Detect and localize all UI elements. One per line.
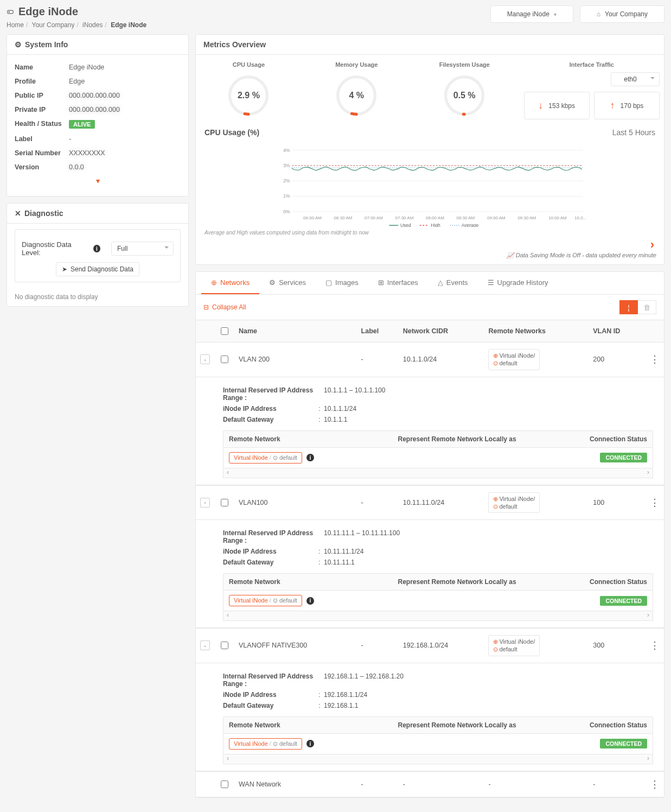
- row-detail: Internal Reserved IP Address Range :192.…: [196, 663, 664, 771]
- system-info-panel: ⚙ System Info NameEdge iNode ProfileEdge…: [7, 34, 189, 196]
- svg-text:07:00 AM: 07:00 AM: [365, 215, 383, 220]
- tab-events[interactable]: △Events: [428, 272, 478, 294]
- breadcrumb-current: Edge iNode: [111, 21, 146, 29]
- info-icon[interactable]: i: [306, 597, 314, 605]
- memory-gauge: 4 %: [333, 72, 380, 119]
- row-actions-button[interactable]: ⋮: [646, 629, 664, 663]
- row-actions-button[interactable]: ⋮: [646, 342, 664, 377]
- chart-next-button[interactable]: ›: [196, 238, 664, 252]
- info-icon[interactable]: i: [306, 740, 314, 747]
- delete-network-button[interactable]: 🗑: [638, 300, 656, 314]
- expand-row-button[interactable]: -: [200, 354, 210, 364]
- svg-text:3%: 3%: [283, 163, 290, 168]
- net-cidr: 192.168.1.0/24: [399, 629, 484, 663]
- share-icon: ⊕: [211, 278, 217, 287]
- tab-images[interactable]: ▢Images: [316, 272, 368, 294]
- remote-pill: Virtual iNode/⊙ default: [229, 738, 302, 750]
- row-checkbox[interactable]: [221, 499, 228, 506]
- svg-text:Average: Average: [462, 223, 479, 227]
- horizontal-scrollbar[interactable]: [223, 611, 653, 621]
- tab-networks[interactable]: ⊕Networks: [201, 272, 259, 294]
- send-icon: ➤: [62, 265, 67, 273]
- public-ip-value: 000.000.000.000: [69, 92, 181, 99]
- remote-tag: ⊕Virtual iNode/⊙default: [488, 349, 540, 370]
- svg-text:08:00 AM: 08:00 AM: [426, 215, 444, 220]
- svg-text:0%: 0%: [283, 209, 290, 214]
- company-button[interactable]: ⌂ Your Company: [580, 5, 664, 23]
- svg-text:High: High: [431, 223, 440, 227]
- expand-row-button[interactable]: -: [200, 498, 210, 507]
- remote-tag: ⊕Virtual iNode/⊙default: [488, 635, 540, 656]
- net-vlan: 200: [589, 342, 646, 377]
- remote-pill: Virtual iNode/⊙ default: [229, 452, 302, 464]
- networks-table: Name Label Network CIDR Remote Networks …: [196, 320, 664, 797]
- plug-icon: ⊞: [378, 278, 384, 287]
- net-vlan: 300: [589, 629, 646, 663]
- expand-row-button[interactable]: -: [200, 640, 210, 650]
- svg-text:1%: 1%: [283, 193, 290, 199]
- history-icon: ☰: [488, 278, 494, 287]
- svg-text:06:00 AM: 06:00 AM: [303, 215, 322, 220]
- filesystem-gauge: 0.5 %: [441, 72, 488, 119]
- tab-upgrade-history[interactable]: ☰Upgrade History: [478, 272, 558, 294]
- diag-level-select[interactable]: Full: [111, 242, 174, 256]
- image-icon: ▢: [325, 278, 332, 287]
- select-all-checkbox[interactable]: [221, 327, 228, 335]
- arrow-down-icon: ↓: [538, 100, 543, 111]
- tab-interfaces[interactable]: ⊞Interfaces: [368, 272, 428, 294]
- remote-tag: ⊕Virtual iNode/⊙default: [488, 492, 540, 513]
- status-badge: ALIVE: [69, 120, 95, 129]
- table-row: -VLANOFF NATIVE300-192.168.1.0/24⊕Virtua…: [196, 629, 664, 663]
- net-label: -: [357, 342, 399, 377]
- chevron-down-icon: ▾: [554, 11, 557, 17]
- private-ip-value: 000.000.000.000: [69, 106, 181, 113]
- table-row: -VLAN 200-10.1.1.0/24⊕Virtual iNode/⊙def…: [196, 342, 664, 377]
- horizontal-scrollbar[interactable]: [223, 468, 653, 478]
- chart-footnote: Average and High values computed using d…: [196, 230, 664, 238]
- chart-title: CPU Usage (%): [205, 128, 259, 137]
- breadcrumb-company[interactable]: Your Company: [31, 21, 74, 29]
- disk-icon: [7, 8, 14, 16]
- row-actions-button[interactable]: ⋮: [646, 485, 664, 520]
- metrics-panel: Metrics Overview CPU Usage 2.9 % Memory …: [195, 34, 664, 265]
- svg-text:08:30 AM: 08:30 AM: [456, 215, 475, 220]
- diag-level-label: Diagnostic Data Level:: [22, 240, 88, 257]
- svg-text:4%: 4%: [283, 148, 290, 153]
- breadcrumb-inodes[interactable]: iNodes: [82, 21, 103, 29]
- row-checkbox[interactable]: [221, 642, 228, 649]
- collapse-icon: ⊟: [203, 303, 209, 311]
- version-value: 0.0.0: [69, 163, 181, 171]
- sliders-icon: ⚙: [269, 278, 276, 287]
- interface-select[interactable]: eth0: [611, 72, 660, 86]
- tab-services[interactable]: ⚙Services: [259, 272, 316, 294]
- add-network-button[interactable]: ¦: [619, 300, 638, 314]
- row-detail: Internal Reserved IP Address Range :10.1…: [196, 377, 664, 485]
- svg-text:09:30 AM: 09:30 AM: [517, 215, 536, 220]
- arrow-up-icon: ↑: [610, 100, 615, 111]
- diagnostic-panel: ✕ Diagnostic Diagnostic Data Level: i Fu…: [7, 203, 189, 307]
- gear-icon: ⚙: [15, 40, 22, 49]
- net-name: VLANOFF NATIVE300: [234, 629, 357, 663]
- horizontal-scrollbar[interactable]: [223, 754, 653, 764]
- traffic-down: ↓ 153 kbps: [524, 92, 590, 119]
- svg-text:06:30 AM: 06:30 AM: [334, 215, 353, 220]
- breadcrumb-home[interactable]: Home: [7, 21, 24, 29]
- svg-text:2%: 2%: [283, 178, 290, 183]
- expand-sysinfo[interactable]: ▾: [15, 174, 181, 187]
- cpu-gauge: 2.9 %: [225, 72, 272, 119]
- manage-inode-button[interactable]: Manage iNode ▾: [490, 5, 573, 23]
- diag-empty-message: No diagnostic data to display: [7, 291, 188, 306]
- row-checkbox[interactable]: [221, 356, 228, 363]
- info-icon[interactable]: i: [93, 245, 100, 252]
- svg-point-1: [9, 11, 9, 12]
- info-icon[interactable]: i: [306, 454, 314, 461]
- send-diagnostic-button[interactable]: ➤ Send Diagnostic Data: [56, 262, 139, 276]
- svg-rect-0: [8, 10, 14, 14]
- net-label: -: [357, 771, 399, 797]
- collapse-all-button[interactable]: ⊟ Collapse All: [203, 303, 246, 311]
- svg-text:07:30 AM: 07:30 AM: [395, 215, 414, 220]
- serial-value: XXXXXXXX: [69, 149, 181, 157]
- row-checkbox[interactable]: [221, 781, 228, 788]
- svg-text:09:00 AM: 09:00 AM: [487, 215, 506, 220]
- row-actions-button[interactable]: ⋮: [646, 771, 664, 797]
